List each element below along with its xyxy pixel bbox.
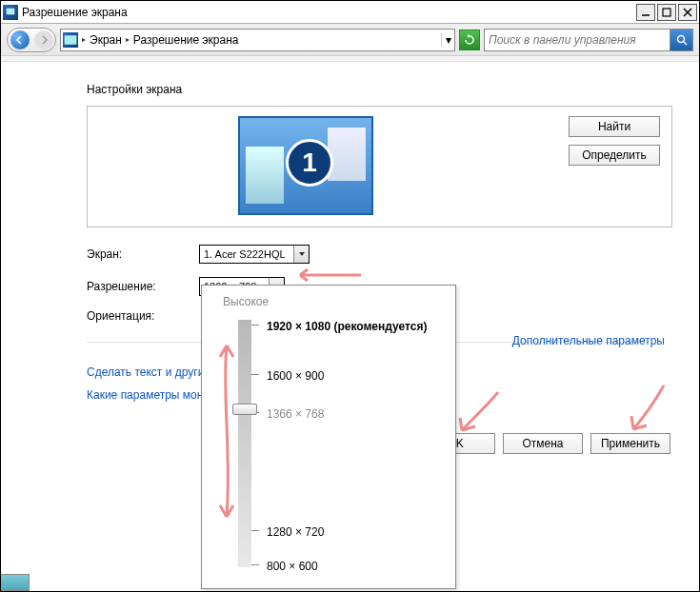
- taskbar-strip: [0, 574, 30, 591]
- svg-rect-0: [7, 9, 14, 14]
- orientation-label: Ориентация:: [87, 309, 184, 323]
- slider-track: [238, 320, 251, 567]
- resolution-option[interactable]: 1366 × 768: [267, 407, 324, 421]
- slider-thumb[interactable]: [232, 404, 257, 415]
- resolution-option[interactable]: 1920 × 1080 (рекомендуется): [267, 320, 427, 333]
- maximize-button[interactable]: [657, 4, 676, 21]
- breadcrumb-seg-1[interactable]: Экран: [90, 33, 122, 47]
- window-root: Разрешение экрана ▸ Экран ▸ Разрешение э…: [0, 0, 700, 592]
- resolution-option[interactable]: 1600 × 900: [267, 369, 324, 383]
- svg-line-7: [684, 42, 687, 45]
- chevron-down-icon[interactable]: [293, 246, 309, 263]
- close-button[interactable]: [678, 4, 697, 21]
- resolution-label: Разрешение:: [87, 280, 184, 293]
- page-heading: Настройки экрана: [87, 83, 672, 96]
- advanced-link[interactable]: Дополнительные параметры: [512, 334, 665, 347]
- address-bar[interactable]: ▸ Экран ▸ Разрешение экрана ▾: [60, 29, 455, 51]
- apply-button[interactable]: Применить: [590, 433, 670, 454]
- navbar: ▸ Экран ▸ Разрешение экрана ▾: [1, 24, 699, 56]
- address-dropdown-icon[interactable]: ▾: [441, 33, 454, 47]
- find-button[interactable]: Найти: [569, 116, 660, 137]
- screen-select[interactable]: 1. Acer S222HQL: [199, 245, 310, 264]
- search-go-button[interactable]: [670, 30, 692, 50]
- svg-rect-2: [663, 9, 670, 16]
- window-controls: [636, 4, 697, 21]
- toolbar-strip: [1, 56, 699, 62]
- screen-select-value: 1. Acer S222HQL: [200, 248, 293, 260]
- cancel-button[interactable]: Отмена: [503, 433, 583, 454]
- titlebar: Разрешение экрана: [1, 1, 699, 24]
- chevron-right-icon: ▸: [126, 35, 130, 44]
- monitor-number-badge: 1: [286, 139, 333, 187]
- location-icon: [63, 32, 78, 48]
- monitor-preview-window-icon: [328, 128, 366, 181]
- svg-rect-5: [65, 35, 77, 45]
- resolution-option[interactable]: 1280 × 720: [267, 525, 324, 539]
- refresh-button[interactable]: [459, 30, 480, 50]
- search-box[interactable]: [484, 29, 693, 51]
- resolution-option[interactable]: 800 × 600: [267, 560, 318, 573]
- app-icon: [3, 5, 18, 20]
- nav-back-forward[interactable]: [7, 28, 56, 52]
- monitor-preview-box: 1 Найти Определить: [87, 106, 672, 227]
- forward-icon[interactable]: [34, 30, 53, 49]
- screen-label: Экран:: [87, 247, 184, 261]
- search-input[interactable]: [485, 33, 670, 47]
- back-icon[interactable]: [10, 30, 30, 49]
- minimize-button[interactable]: [636, 4, 655, 21]
- resolution-high-label: Высокое: [223, 295, 442, 308]
- svg-point-6: [677, 35, 684, 42]
- monitor-preview[interactable]: 1: [238, 116, 373, 215]
- resolution-slider[interactable]: 1920 × 1080 (рекомендуется)1600 × 900136…: [238, 320, 442, 577]
- resolution-popup[interactable]: Высокое 1920 × 1080 (рекомендуется)1600 …: [201, 285, 456, 589]
- chevron-right-icon: ▸: [82, 35, 86, 44]
- identify-button[interactable]: Определить: [569, 145, 660, 166]
- window-title: Разрешение экрана: [22, 6, 636, 19]
- monitor-preview-window-icon: [246, 147, 284, 204]
- breadcrumb-seg-2[interactable]: Разрешение экрана: [133, 33, 239, 47]
